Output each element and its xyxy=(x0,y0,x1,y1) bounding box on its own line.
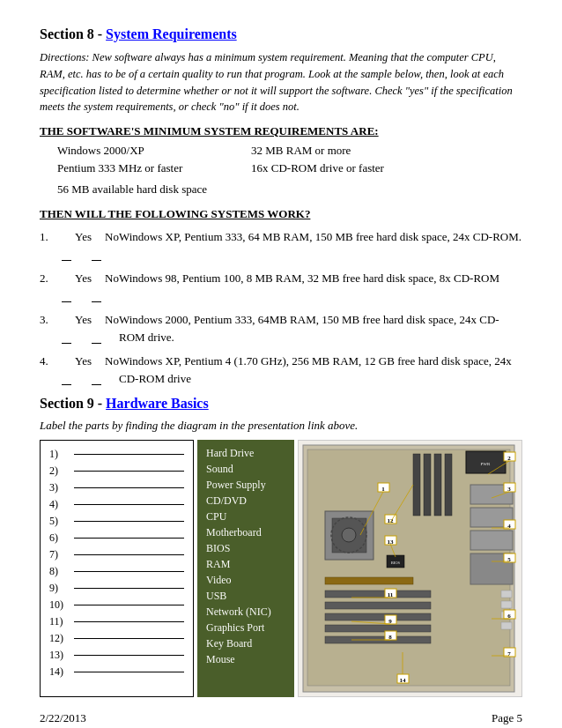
list-item: 12) xyxy=(49,632,184,645)
requirements-table: Windows 2000/XP 32 MB RAM or more Pentiu… xyxy=(57,144,522,175)
req-row-1: Windows 2000/XP 32 MB RAM or more xyxy=(57,144,522,158)
list-item: 4) xyxy=(49,498,184,511)
svg-rect-23 xyxy=(501,601,512,608)
svg-text:4: 4 xyxy=(507,523,511,530)
list-item: 5) xyxy=(49,515,184,528)
svg-rect-6 xyxy=(424,454,431,516)
diagram-area: 1) 2) 3) 4) 5) 6) 7) 8) 9) 10) 11) 12) 1… xyxy=(40,440,522,697)
svg-text:7: 7 xyxy=(507,650,511,657)
svg-rect-5 xyxy=(413,454,420,516)
section8-link[interactable]: System Requirements xyxy=(106,26,237,41)
list-item: 9) xyxy=(49,582,184,595)
req-row-2: Pentium 333 MHz or faster 16x CD-ROM dri… xyxy=(57,161,522,175)
footer-date: 2/22/2013 xyxy=(40,711,86,725)
svg-rect-13 xyxy=(325,613,431,620)
section8: Section 8 - System Requirements Directio… xyxy=(40,26,522,387)
svg-rect-7 xyxy=(434,454,441,516)
svg-text:3: 3 xyxy=(507,486,511,493)
min-req-label: THE SOFTWARE'S MINIMUM SYSTEM REQUIREMEN… xyxy=(40,124,522,138)
hardware-diagram: CPU PWR xyxy=(298,440,522,697)
section9-instruction: Label the parts by finding the diagram i… xyxy=(40,419,522,433)
footer: 2/22/2013 Page 5 xyxy=(40,711,522,725)
then-will-label: THEN WILL THE FOLLOWING SYSTEMS WORK? xyxy=(40,207,522,221)
svg-text:5: 5 xyxy=(507,556,511,563)
list-item: 8) xyxy=(49,565,184,578)
footer-page: Page 5 xyxy=(492,711,522,725)
svg-text:BIOS: BIOS xyxy=(391,561,401,565)
system-item-3: 3. Yes No Windows 2000, Pentium 333, 64M… xyxy=(40,311,522,345)
svg-rect-26 xyxy=(325,577,413,584)
svg-rect-14 xyxy=(325,625,431,632)
svg-rect-8 xyxy=(445,454,452,516)
section9: Section 9 - Hardware Basics Label the pa… xyxy=(40,396,522,697)
svg-rect-12 xyxy=(325,602,431,609)
list-item: 14) xyxy=(49,665,184,679)
svg-text:14: 14 xyxy=(400,677,407,684)
section8-directions: Directions: New software always has a mi… xyxy=(40,49,522,115)
section8-title: Section 8 - System Requirements xyxy=(40,26,522,42)
list-item: 6) xyxy=(49,531,184,545)
section9-link[interactable]: Hardware Basics xyxy=(106,396,209,411)
word-bank: Hard Drive Sound Power Supply CD/DVD CPU… xyxy=(197,440,294,697)
diagram-svg: CPU PWR xyxy=(299,441,519,696)
svg-text:PWR: PWR xyxy=(481,462,492,466)
list-item: 13) xyxy=(49,649,184,662)
svg-rect-25 xyxy=(501,622,512,629)
label-list: 1) 2) 3) 4) 5) 6) 7) 8) 9) 10) 11) 12) 1… xyxy=(40,440,194,697)
list-item: 11) xyxy=(49,615,184,628)
system-item-4: 4. Yes No Windows XP, Pentium 4 (1.70 GH… xyxy=(40,353,522,387)
systems-list: 1. Yes No Windows XP, Pentium 333, 64 MB… xyxy=(40,228,522,387)
system-item-2: 2. Yes No Windows 98, Pentium 100, 8 MB … xyxy=(40,270,522,304)
list-item: 3) xyxy=(49,481,184,494)
list-item: 7) xyxy=(49,548,184,561)
svg-point-67 xyxy=(342,528,356,542)
svg-text:1: 1 xyxy=(381,486,385,493)
list-item: 1) xyxy=(49,448,184,461)
svg-rect-18 xyxy=(470,531,513,550)
section9-title: Section 9 - Hardware Basics xyxy=(40,396,522,412)
svg-rect-22 xyxy=(501,591,512,598)
svg-text:2: 2 xyxy=(507,455,511,462)
system-item-1: 1. Yes No Windows XP, Pentium 333, 64 MB… xyxy=(40,228,522,263)
list-item: 10) xyxy=(49,598,184,612)
list-item: 2) xyxy=(49,464,184,478)
single-req: 56 MB available hard disk space xyxy=(57,182,522,197)
svg-rect-11 xyxy=(325,591,431,598)
